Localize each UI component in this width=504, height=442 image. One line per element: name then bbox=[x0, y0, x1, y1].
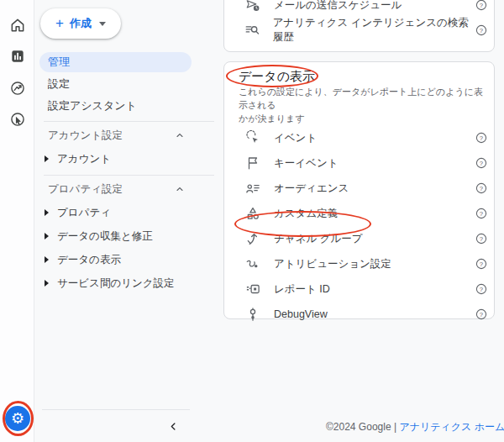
expand-arrow-icon bbox=[45, 155, 49, 162]
copyright-text: ©2024 Google bbox=[326, 421, 391, 433]
sidebar-item-account[interactable]: アカウント bbox=[34, 148, 223, 170]
report-id-icon bbox=[244, 282, 261, 297]
channel-group-icon bbox=[244, 231, 261, 246]
help-icon[interactable]: ? bbox=[475, 282, 488, 296]
tree-item-label: アカウント bbox=[57, 152, 111, 166]
help-icon[interactable]: ? bbox=[475, 182, 488, 195]
attribution-icon bbox=[244, 256, 261, 271]
list-item-label: DebugView bbox=[274, 308, 328, 320]
custom-definitions-icon bbox=[244, 206, 261, 221]
chevron-up-icon bbox=[175, 130, 185, 140]
app-rail: ⚙ bbox=[0, 0, 34, 442]
list-item-label: イベント bbox=[274, 131, 317, 145]
home-icon[interactable] bbox=[8, 16, 27, 34]
event-tap-icon bbox=[244, 130, 261, 145]
list-item-events[interactable]: イベント ? bbox=[224, 125, 494, 150]
svg-text:?: ? bbox=[480, 27, 483, 34]
footer-separator: | bbox=[394, 421, 396, 433]
help-icon[interactable]: ? bbox=[475, 308, 488, 321]
sidebar-item-label: 設定アシスタント bbox=[48, 98, 137, 113]
list-item-audiences[interactable]: オーディエンス ? bbox=[224, 176, 494, 201]
list-item-key-events[interactable]: キーイベント ? bbox=[224, 150, 494, 176]
explore-icon[interactable] bbox=[8, 79, 27, 97]
help-icon[interactable]: ? bbox=[475, 156, 488, 170]
reports-icon[interactable] bbox=[8, 47, 27, 66]
tree-item-label: データの収集と修正 bbox=[57, 229, 153, 244]
svg-text:?: ? bbox=[480, 311, 483, 318]
help-icon[interactable]: ? bbox=[475, 0, 488, 12]
create-button[interactable]: + 作成 bbox=[40, 8, 121, 39]
list-item-label: オーディエンス bbox=[274, 182, 349, 196]
section-account-settings[interactable]: アカウント設定 bbox=[34, 124, 223, 146]
chevron-up-icon bbox=[175, 184, 185, 194]
admin-sidebar: + 作成 管理 設定 設定アシスタント アカウント設定 アカウント プロパティ設… bbox=[34, 0, 223, 442]
svg-text:?: ? bbox=[480, 286, 483, 293]
svg-text:?: ? bbox=[480, 235, 483, 243]
svg-text:?: ? bbox=[480, 134, 483, 142]
list-item-label: チャネル グループ bbox=[274, 232, 363, 246]
help-icon[interactable]: ? bbox=[475, 131, 488, 145]
flag-icon bbox=[244, 155, 261, 171]
sidebar-item-label: 設定 bbox=[48, 76, 70, 92]
sidebar-item-data-display[interactable]: データの表示 bbox=[34, 249, 223, 271]
footer: ©2024 Google | アナリティクス ホーム | 利用規約 bbox=[326, 420, 504, 434]
list-item-label: アトリビューション設定 bbox=[274, 257, 391, 271]
list-item-label: レポート ID bbox=[274, 282, 330, 297]
gear-icon[interactable]: ⚙ bbox=[5, 406, 30, 431]
list-item-debugview[interactable]: DebugView ? bbox=[224, 302, 494, 327]
collapse-sidebar-icon[interactable] bbox=[165, 418, 181, 434]
divider bbox=[44, 121, 214, 122]
expand-arrow-icon bbox=[45, 233, 49, 239]
list-item-label: アナリティクス インテリジェンスの検索履歴 bbox=[273, 16, 475, 45]
sidebar-item-property[interactable]: プロパティ bbox=[34, 202, 223, 224]
sidebar-item-product-links[interactable]: サービス間のリンク設定 bbox=[34, 272, 223, 294]
svg-text:?: ? bbox=[480, 260, 483, 268]
help-icon[interactable]: ? bbox=[475, 207, 488, 220]
svg-text:?: ? bbox=[480, 185, 483, 192]
list-item-report-id[interactable]: レポート ID ? bbox=[224, 276, 494, 302]
help-icon[interactable]: ? bbox=[475, 232, 488, 245]
tree-item-label: サービス間のリンク設定 bbox=[57, 276, 175, 291]
expand-arrow-icon bbox=[45, 280, 49, 287]
sidebar-nav: 管理 設定 設定アシスタント アカウント設定 アカウント プロパティ設定 プロパ… bbox=[34, 52, 223, 294]
card-subtitle-line1: これらの設定により、データがレポート上にどのように表示される bbox=[239, 85, 487, 112]
create-button-label: 作成 bbox=[70, 16, 92, 31]
sidebar-item-settings[interactable]: 設定 bbox=[39, 74, 192, 94]
list-item-label: メールの送信スケジュール bbox=[274, 0, 402, 13]
tree-item-label: データの表示 bbox=[57, 253, 121, 267]
chevron-down-icon bbox=[99, 22, 106, 26]
svg-text:?: ? bbox=[480, 160, 483, 167]
advertising-icon[interactable] bbox=[8, 110, 27, 129]
expand-arrow-icon bbox=[45, 209, 49, 216]
sidebar-item-data-collection[interactable]: データの収集と修正 bbox=[34, 225, 223, 247]
manage-search-icon bbox=[244, 23, 260, 38]
svg-text:?: ? bbox=[480, 210, 483, 218]
data-display-card: データの表示 これらの設定により、データがレポート上にどのように表示される かが… bbox=[223, 61, 495, 319]
list-item-email-schedule[interactable]: メールの送信スケジュール ? bbox=[224, 0, 494, 18]
section-label: アカウント設定 bbox=[48, 129, 123, 143]
gear-glyph: ⚙ bbox=[11, 411, 24, 426]
svg-text:?: ? bbox=[480, 2, 483, 9]
sidebar-item-label: 管理 bbox=[48, 55, 70, 70]
help-icon[interactable]: ? bbox=[475, 257, 488, 271]
card-subtitle-line2: かが決まります bbox=[239, 112, 487, 125]
sidebar-item-setup-assistant[interactable]: 設定アシスタント bbox=[39, 96, 192, 116]
list-item-custom-definitions[interactable]: カスタム定義 ? bbox=[224, 201, 494, 226]
property-settings-card: メールの送信スケジュール ? アナリティクス インテリジェンスの検索履歴 ? bbox=[223, 0, 495, 52]
section-label: プロパティ設定 bbox=[48, 182, 123, 197]
debugview-icon bbox=[244, 307, 261, 322]
list-item-label: キーイベント bbox=[274, 156, 338, 171]
section-property-settings[interactable]: プロパティ設定 bbox=[34, 178, 223, 200]
list-item-channel-groups[interactable]: チャネル グループ ? bbox=[224, 226, 494, 251]
analytics-home-link[interactable]: アナリティクス ホーム bbox=[399, 421, 504, 433]
plus-icon: + bbox=[55, 15, 64, 32]
schedule-send-icon bbox=[244, 0, 261, 13]
tree-item-label: プロパティ bbox=[57, 206, 111, 220]
list-item-attribution-settings[interactable]: アトリビューション設定 ? bbox=[224, 251, 494, 276]
divider bbox=[42, 409, 190, 410]
help-icon[interactable]: ? bbox=[475, 24, 488, 37]
list-item-label: カスタム定義 bbox=[274, 207, 338, 221]
audience-icon bbox=[244, 181, 261, 196]
sidebar-item-admin[interactable]: 管理 bbox=[39, 52, 192, 72]
list-item-intelligence-history[interactable]: アナリティクス インテリジェンスの検索履歴 ? bbox=[224, 18, 494, 43]
